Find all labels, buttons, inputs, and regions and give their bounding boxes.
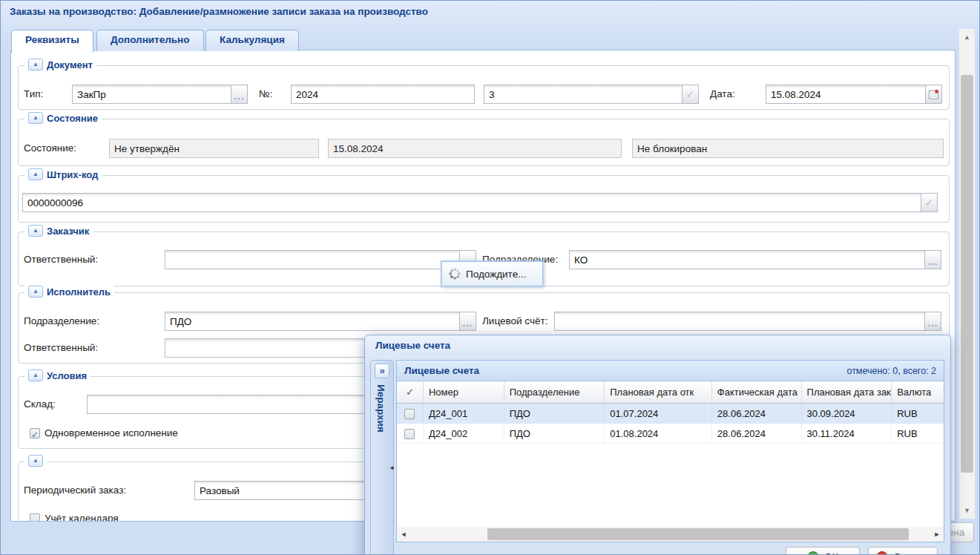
customer-responsible-input[interactable] xyxy=(165,250,460,269)
status-state-field xyxy=(109,139,319,158)
fieldset-status-legend: Состояние xyxy=(47,113,98,124)
type-label: Тип: xyxy=(24,85,43,104)
cell-division: ПДО xyxy=(504,404,605,424)
dialog-ok-button[interactable]: ОК xyxy=(786,547,860,555)
cell-currency: RUB xyxy=(892,404,944,424)
number-label: №: xyxy=(259,85,272,104)
collapse-icon[interactable]: ▲ xyxy=(28,59,43,70)
executor-responsible-label: Ответственный: xyxy=(24,338,98,358)
cancel-icon xyxy=(876,551,888,555)
accounts-grid-counter: отмечено: 0, всего: 2 xyxy=(846,366,936,376)
tab-rekvizity[interactable]: Реквизиты xyxy=(11,30,93,53)
executor-division-label: Подразделение: xyxy=(24,312,99,331)
window-title: Заказы на производство: Добавление/размн… xyxy=(10,6,428,17)
barcode-apply-button[interactable]: ✓ xyxy=(921,193,938,212)
wait-popup-text: Подождите... xyxy=(466,269,526,280)
table-row[interactable]: Д24_002 ПДО 01.08.2024 28.06.2024 30.11.… xyxy=(397,424,944,444)
customer-division-lookup-button[interactable]: ... xyxy=(925,250,941,269)
hierarchy-panel-label: Иерархия xyxy=(375,384,387,433)
ellipsis-icon: ... xyxy=(928,256,938,267)
cell-plan-close: 30.11.2024 xyxy=(802,424,892,444)
check-icon: ✓ xyxy=(924,196,934,208)
column-division[interactable]: Подразделение xyxy=(504,381,605,404)
collapse-icon[interactable]: ▲ xyxy=(28,225,43,237)
hierarchy-collapsed-panel[interactable]: » Иерархия ◄ xyxy=(370,360,394,555)
collapse-icon[interactable]: ▲ xyxy=(28,168,43,180)
accounts-dialog: Лицевые счета » Иерархия ◄ Лицевые счета… xyxy=(364,335,951,555)
collapse-icon[interactable]: ▲ xyxy=(28,370,43,381)
calendar-accounting-checkbox[interactable] xyxy=(30,513,40,522)
accounts-grid-title: Лицевые счета xyxy=(404,365,479,376)
dialog-cancel-button[interactable]: Отмена xyxy=(868,547,938,555)
column-fact-date[interactable]: Фактическая дата xyxy=(712,381,802,404)
periodic-label: Периодический заказ: xyxy=(24,481,126,500)
checkbox-check-icon: ✓ xyxy=(31,430,39,440)
executor-account-label: Лицевой счёт: xyxy=(482,312,547,331)
collapse-icon[interactable]: ▲ xyxy=(28,112,43,124)
executor-account-input[interactable] xyxy=(554,312,925,331)
scrollbar-thumb[interactable] xyxy=(961,75,973,473)
tab-dopolnitelno[interactable]: Дополнительно xyxy=(96,30,204,51)
column-plan-open-date[interactable]: Плановая дата отк xyxy=(605,381,712,404)
simultaneous-checkbox[interactable]: ✓ xyxy=(30,428,40,439)
status-label: Состояние: xyxy=(24,139,76,158)
status-lock-field xyxy=(632,139,944,158)
number-input[interactable] xyxy=(291,85,475,104)
mini-collapse-icon[interactable]: ◄ xyxy=(389,464,395,471)
scroll-left-icon[interactable]: ◄ xyxy=(397,527,410,542)
executor-division-input[interactable] xyxy=(165,312,460,331)
accounts-grid-header: Лицевые счета отмечено: 0, всего: 2 xyxy=(397,361,944,381)
customer-division-input[interactable] xyxy=(569,250,925,269)
cell-fact-date: 28.06.2024 xyxy=(712,424,802,444)
expand-panel-icon[interactable]: » xyxy=(375,364,389,378)
fieldset-executor-legend: Исполнитель xyxy=(47,286,111,298)
scroll-up-icon[interactable]: ▲ xyxy=(959,29,975,45)
executor-account-lookup-button[interactable]: ... xyxy=(925,312,941,331)
calendar-icon xyxy=(929,90,938,99)
table-row[interactable]: Д24_001 ПДО 01.07.2024 28.06.2024 30.09.… xyxy=(397,404,944,424)
dialog-cancel-label: Отмена xyxy=(893,551,929,555)
executor-division-lookup-button[interactable]: ... xyxy=(460,312,476,331)
accounts-dialog-title: Лицевые счета xyxy=(375,340,450,351)
simultaneous-checkbox-label: Одновременное исполнение xyxy=(45,427,178,439)
fieldset-customer-legend: Заказчик xyxy=(47,226,89,237)
date-input[interactable] xyxy=(766,85,926,104)
row-checkbox[interactable] xyxy=(404,429,415,439)
type-lookup-button[interactable]: ... xyxy=(231,85,248,104)
main-vertical-scrollbar[interactable]: ▲ ▼ xyxy=(959,29,975,519)
tab-kalkulyaciya[interactable]: Калькуляция xyxy=(205,30,299,51)
cell-number: Д24_002 xyxy=(424,424,504,444)
spinner-icon xyxy=(449,268,461,280)
customer-responsible-label: Ответственный: xyxy=(24,250,98,269)
row-checkbox[interactable] xyxy=(404,409,415,419)
status-date-field xyxy=(328,139,622,158)
number-apply-button[interactable]: ✓ xyxy=(683,85,699,104)
fieldset-barcode-legend: Штрих-код xyxy=(47,169,98,180)
type-input[interactable] xyxy=(72,85,231,104)
wait-popup: Подождите... xyxy=(441,261,543,286)
accounts-grid: Лицевые счета отмечено: 0, всего: 2 ✓ Но… xyxy=(396,360,944,542)
cell-division: ПДО xyxy=(504,424,605,444)
column-plan-close-date[interactable]: Плановая дата зак xyxy=(802,381,892,404)
fieldset-conditions-legend: Условия xyxy=(47,370,87,381)
column-currency[interactable]: Валюта xyxy=(892,381,944,404)
check-column-icon[interactable]: ✓ xyxy=(397,381,424,404)
column-number[interactable]: Номер xyxy=(424,381,504,404)
scrollbar-thumb[interactable] xyxy=(487,528,909,540)
collapse-icon[interactable]: ▲ xyxy=(28,455,43,467)
grid-horizontal-scrollbar[interactable]: ◄ ► xyxy=(397,527,944,542)
date-picker-button[interactable] xyxy=(926,85,942,104)
warehouse-label: Склад: xyxy=(24,395,56,414)
cell-currency: RUB xyxy=(892,424,944,444)
ellipsis-icon: ... xyxy=(463,318,473,329)
ellipsis-icon: ... xyxy=(234,91,245,102)
date-label: Дата: xyxy=(710,85,735,104)
collapse-icon[interactable]: ▲ xyxy=(28,286,43,298)
scroll-right-icon[interactable]: ► xyxy=(930,527,944,542)
barcode-input[interactable] xyxy=(22,193,921,212)
check-icon: ✓ xyxy=(685,88,695,100)
scroll-down-icon[interactable]: ▼ xyxy=(959,502,975,519)
calendar-accounting-label: Учёт календаря xyxy=(45,513,119,522)
number-suffix-input[interactable] xyxy=(484,85,683,104)
cell-plan-open: 01.07.2024 xyxy=(605,404,712,424)
